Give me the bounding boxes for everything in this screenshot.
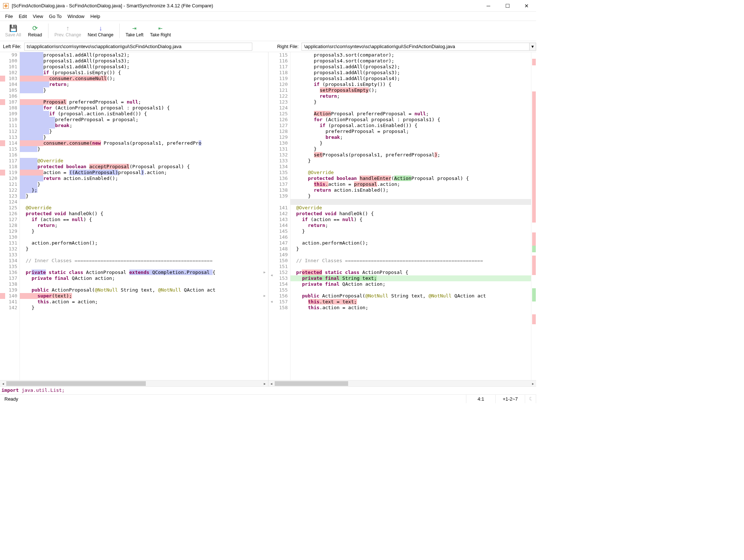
save-icon: 💾 (9, 24, 17, 32)
right-hscrollbar[interactable]: ◂ ▸ (268, 380, 537, 386)
menu-help[interactable]: Help (88, 13, 102, 20)
right-file-path[interactable]: \application\src\com\syntevo\sc\applicat… (301, 43, 530, 51)
menu-window[interactable]: Window (65, 13, 87, 20)
prev-change-button[interactable]: ↑ Prev. Change (51, 21, 84, 40)
right-code[interactable]: proposals3.sort(comparator);proposals4.s… (290, 52, 531, 380)
path-dropdown-button[interactable]: ▾ (530, 43, 536, 51)
take-left-button[interactable]: ⇥ Take Left (123, 21, 147, 40)
left-code[interactable]: proposals1.addAll(proposals2);proposals1… (20, 52, 261, 380)
status-ready: Ready (0, 395, 466, 403)
arrow-up-icon: ↑ (66, 24, 69, 32)
left-gutter: 9910010110210310410510610710810911011111… (5, 52, 20, 380)
take-right-icon: ⇤ (158, 24, 163, 32)
menu-goto[interactable]: Go To (47, 13, 64, 20)
left-merge-gutter: »» (261, 52, 268, 380)
arrow-down-icon: ↓ (99, 24, 102, 32)
overview-ruler[interactable] (531, 52, 536, 380)
window-title: [ScFindActionDialog.java - ScFindActionD… (12, 3, 482, 8)
reload-button[interactable]: ⟳ Reload (25, 21, 45, 40)
left-hscrollbar[interactable]: ◂ ▸ (0, 380, 268, 386)
merge-left-button[interactable]: « (268, 272, 276, 278)
close-button[interactable]: ✕ (520, 3, 533, 9)
right-merge-gutter: «« (268, 52, 276, 380)
take-right-button[interactable]: ⇤ Take Right (147, 21, 174, 40)
maximize-button[interactable]: ☐ (501, 3, 514, 9)
status-position: 4:1 (466, 395, 496, 403)
pathbar: Left File: ts\application\src\com\syntev… (0, 41, 536, 52)
status-comment-icon[interactable] (525, 395, 536, 403)
menubar: File Edit View Go To Window Help (0, 12, 536, 21)
status-diff-count: +1-2~7 (496, 395, 525, 403)
right-file-label: Right File: (274, 44, 302, 49)
toolbar-separator (119, 24, 120, 38)
merge-left-button[interactable]: « (268, 299, 276, 305)
bottom-line: import java.util.List; (0, 386, 536, 394)
statusbar: Ready 4:1 +1-2~7 (0, 394, 536, 403)
menu-view[interactable]: View (30, 13, 45, 20)
merge-right-button[interactable]: » (261, 293, 268, 299)
left-pane: 9910010110210310410510610710810911011111… (0, 52, 268, 386)
menu-edit[interactable]: Edit (17, 13, 29, 20)
left-change-strip (0, 52, 5, 380)
toolbar-separator (48, 24, 48, 38)
reload-icon: ⟳ (32, 24, 38, 32)
take-left-icon: ⇥ (132, 24, 137, 32)
right-pane: «« 1151161171181191201211221231241251261… (268, 52, 537, 386)
right-gutter: 1151161171181191201211221231241251261271… (276, 52, 290, 380)
titlebar: [ScFindActionDialog.java - ScFindActionD… (0, 0, 536, 12)
toolbar: 💾 Save All ⟳ Reload ↑ Prev. Change ↓ Nex… (0, 21, 536, 41)
app-icon (3, 3, 9, 9)
menu-file[interactable]: File (3, 13, 15, 20)
save-all-button[interactable]: 💾 Save All (2, 21, 24, 40)
minimize-button[interactable]: ─ (482, 3, 495, 9)
next-change-button[interactable]: ↓ Next Change (85, 21, 116, 40)
left-file-label: Left File: (0, 44, 24, 49)
merge-right-button[interactable]: » (261, 270, 268, 275)
diff-area: 9910010110210310410510610710810911011111… (0, 52, 536, 386)
left-file-path[interactable]: ts\application\src\com\syntevo\sc\applic… (24, 43, 252, 51)
